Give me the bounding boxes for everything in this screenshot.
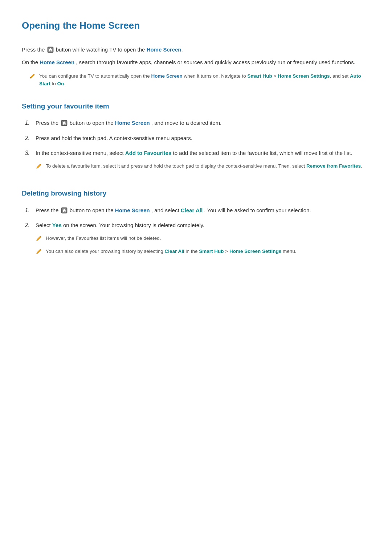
list-item: 2. Select Yes on the screen. Your browsi… <box>22 221 370 260</box>
section2-title: Deleting browsing history <box>22 188 370 199</box>
s2-note1-text: However, the Favourites list items will … <box>46 234 161 242</box>
list-item: 3. In the context-sensitive menu, select… <box>22 148 370 175</box>
s2-note2-link3: Home Screen Settings <box>229 249 281 254</box>
s2-step2-link: Yes <box>52 222 62 228</box>
list-item: 1. Press the button to open the Home Scr… <box>22 118 370 128</box>
section2-list: 1. Press the button to open the Home Scr… <box>22 206 370 260</box>
note1-link1: Home Screen <box>151 73 182 79</box>
intro-paragraph-2: On the Home Screen , search through favo… <box>22 58 370 67</box>
s2-list-number-2: 2. <box>22 221 30 230</box>
s2-note2-link1: Clear All <box>164 249 184 254</box>
step3-note: To delete a favourite item, select it an… <box>36 162 370 170</box>
main-title: Opening the Home Screen <box>22 18 370 37</box>
section1-list: 1. Press the button to open the Home Scr… <box>22 118 370 175</box>
list-item: 2. Press and hold the touch pad. A conte… <box>22 134 370 143</box>
note1-link2: Smart Hub <box>247 73 272 79</box>
list-item: 1. Press the button to open the Home Scr… <box>22 206 370 215</box>
step3-sub-notes: To delete a favourite item, select it an… <box>36 162 370 170</box>
step3-note-text: To delete a favourite item, select it an… <box>46 162 362 170</box>
pencil-icon-step3 <box>36 163 42 169</box>
s1-step1-link: Home Screen <box>115 120 150 126</box>
s2-note2-link2: Smart Hub <box>199 249 224 254</box>
list-content-3: In the context-sensitive menu, select Ad… <box>36 148 370 175</box>
list-content-2: Press and hold the touch pad. A context-… <box>36 134 370 143</box>
s1-step3-link: Add to Favourites <box>125 150 172 156</box>
intro-p2-link: Home Screen <box>40 59 74 65</box>
pencil-icon-s2-2 <box>36 248 42 255</box>
s2-note1: However, the Favourites list items will … <box>36 234 370 242</box>
intro-p2-after: , search through favourite apps, channel… <box>76 59 355 65</box>
note1-link5: On <box>57 81 64 86</box>
intro-paragraph-1: Press the button while watching TV to op… <box>22 45 370 54</box>
section1-title: Setting your favourite item <box>22 101 370 112</box>
s2-list-content-1: Press the button to open the Home Screen… <box>36 206 370 215</box>
list-number-1: 1. <box>22 118 30 128</box>
home-button-icon-s2-1 <box>61 207 68 214</box>
pencil-icon-intro <box>29 73 36 79</box>
list-number-2: 2. <box>22 134 30 143</box>
s2-step1-link2: Clear All <box>181 207 203 213</box>
home-button-icon-s1-1 <box>61 120 68 126</box>
intro-note: You can configure the TV to automaticall… <box>29 72 370 88</box>
note1-link3: Home Screen Settings <box>278 73 330 79</box>
intro-note-text: You can configure the TV to automaticall… <box>39 72 370 88</box>
s2-list-number-1: 1. <box>22 206 30 215</box>
list-content-1: Press the button to open the Home Screen… <box>36 118 370 128</box>
pencil-icon-s2-1 <box>36 235 42 242</box>
intro-p1-link: Home Screen <box>147 46 181 53</box>
intro-p1-before: Press the <box>22 46 45 53</box>
s2-step1-link1: Home Screen <box>115 207 150 213</box>
s2-list-content-2: Select Yes on the screen. Your browsing … <box>36 221 370 260</box>
intro-p2-before: On the <box>22 59 38 65</box>
home-button-icon <box>47 46 54 53</box>
step3-note-link: Remove from Favorites <box>306 163 361 169</box>
intro-p1-after: button while watching TV to open the <box>56 46 145 53</box>
list-number-3: 3. <box>22 148 30 158</box>
s2-note2: You can also delete your browsing histor… <box>36 247 370 255</box>
s2-step2-notes: However, the Favourites list items will … <box>36 234 370 255</box>
s2-note2-text: You can also delete your browsing histor… <box>46 247 297 255</box>
